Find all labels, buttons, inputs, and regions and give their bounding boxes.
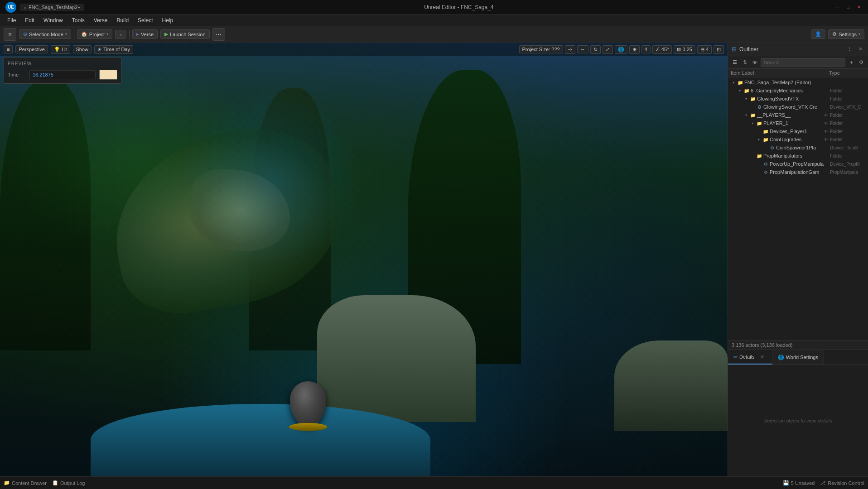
tree-item-type: Device_PropM <box>830 162 866 167</box>
visibility-icon[interactable]: 👁 <box>823 128 829 134</box>
hamburger-menu[interactable]: ≡ <box>4 28 16 41</box>
menu-help[interactable]: Help <box>158 16 177 24</box>
verse-btn[interactable]: ▸ Verse <box>132 29 158 39</box>
launch-icon: ▶ <box>164 31 168 37</box>
visibility-icon[interactable]: 👁 <box>823 120 829 126</box>
tree-item[interactable]: ⚙ PowerUp_PropManipula Device_PropM <box>728 160 868 168</box>
menu-tools[interactable]: Tools <box>68 16 88 24</box>
perspective-btn[interactable]: Perspective <box>15 45 48 53</box>
menu-build[interactable]: Build <box>113 16 132 24</box>
viewport-menu-btn[interactable]: ≡ <box>4 45 13 53</box>
snap-settings[interactable]: ⊞ <box>629 45 640 54</box>
tree-arrow-icon: ▾ <box>750 120 755 126</box>
tree-item[interactable]: 📁 PropManipulators Folder <box>728 152 868 160</box>
user-icon-btn[interactable]: 👤 <box>811 29 825 39</box>
verse-label: Verse <box>141 32 154 37</box>
menu-window[interactable]: Window <box>40 16 67 24</box>
tree-far-left <box>0 79 91 350</box>
output-log-btn[interactable]: 📋 Output Log <box>52 480 85 486</box>
tree-item-icon: 📁 <box>750 112 756 118</box>
tree-arrow-icon: ▾ <box>737 88 743 93</box>
hamburger-vp-icon: ≡ <box>7 47 10 52</box>
tree-item-icon: ⚙ <box>756 104 762 110</box>
close-button[interactable]: ✕ <box>855 4 863 11</box>
project-btn[interactable]: 🏠 Project ▾ <box>77 29 112 39</box>
outliner-sort-btn[interactable]: ⇅ <box>741 58 749 67</box>
visibility-icon[interactable]: 👁 <box>823 112 829 118</box>
world-settings-vp[interactable]: 🌐 <box>615 45 627 54</box>
menu-edit[interactable]: Edit <box>21 16 38 24</box>
unsaved-status[interactable]: 💾 5 Unsaved <box>783 480 815 486</box>
scale-icon: ⤢ <box>606 47 610 53</box>
tree-item[interactable]: ▾ 📁 GlowingSwordVFX Folder <box>728 95 868 103</box>
scale-snap[interactable]: ⊠ 0.25 <box>674 45 695 54</box>
menu-verse[interactable]: Verse <box>90 16 111 24</box>
outliner-search-input[interactable] <box>761 58 845 67</box>
settings-btn[interactable]: ⚙ Settings ▾ <box>828 29 864 39</box>
menu-select[interactable]: Select <box>134 16 156 24</box>
grid-size-value: 4 <box>645 47 647 52</box>
preview-title: PREVIEW <box>8 61 117 66</box>
details-panel: ✏ Details ✕ 🌐 World Settings Select an o… <box>728 350 868 476</box>
launch-session-btn[interactable]: ▶ Launch Session <box>160 29 209 39</box>
outliner-filter-btn[interactable]: ☰ <box>731 58 739 67</box>
revision-control-btn[interactable]: ⎇ Revision Control <box>820 480 864 486</box>
time-of-day-btn[interactable]: ☀ Time of Day <box>94 45 133 54</box>
tree-item[interactable]: ⚙ PropManipulationGam PropManipula <box>728 168 868 176</box>
grid-size[interactable]: 4 <box>641 45 651 53</box>
menu-bar: File Edit Window Tools Verse Build Selec… <box>0 14 868 26</box>
outliner-options-btn[interactable]: ⋮ <box>845 45 854 53</box>
tree-item-label: GlowingSword_VFX Cre <box>763 104 829 110</box>
content-quick-btn[interactable]: ⬦ <box>115 30 126 39</box>
tree-item[interactable]: ▾ 📁 __PLAYERS__ 👁 Folder <box>728 111 868 119</box>
details-close-btn[interactable]: ✕ <box>758 353 767 361</box>
outliner-eye-btn[interactable]: 👁 <box>751 58 759 67</box>
title-bar-buttons: ─ □ ✕ <box>834 4 863 11</box>
preview-time-row: Time 16.21875 <box>8 70 117 80</box>
viewport[interactable]: ≡ Perspective 💡 Lit Show ☀ Time of Day P… <box>0 43 728 476</box>
select-tool[interactable]: ⊹ <box>565 45 575 54</box>
tab-dot: ⬦ <box>24 5 27 10</box>
angle-snap[interactable]: ∠ 45° <box>652 45 672 54</box>
outliner-add-btn[interactable]: ＋ <box>847 58 855 67</box>
viewport-layout[interactable]: ⊡ <box>714 45 724 54</box>
details-tab[interactable]: ✏ Details ✕ <box>728 350 772 364</box>
tree-item-icon: 📁 <box>762 128 769 134</box>
tree-item-label: __PLAYERS__ <box>757 112 822 118</box>
maximize-button[interactable]: □ <box>844 4 852 11</box>
tree-item[interactable]: ⚙ CoinSpawner1Pla Device_ItemS <box>728 144 868 152</box>
outliner-header: ⊞ Outliner ⋮ ✕ <box>728 43 868 56</box>
tree-item[interactable]: ▾ 📁 FNC_Saga_TestMap2 (Editor) <box>728 78 868 86</box>
selection-mode-label: Selection Mode <box>29 32 63 37</box>
world-settings-label: World Settings <box>786 355 818 360</box>
lit-btn[interactable]: 💡 Lit <box>51 45 70 54</box>
project-tab[interactable]: ⬦ FNC_Saga_TestMap2+ <box>20 4 84 11</box>
world-settings-tab[interactable]: 🌐 World Settings <box>772 350 824 364</box>
outliner-close-btn[interactable]: ✕ <box>856 45 864 53</box>
scale-snap-value: 0.25 <box>682 47 692 52</box>
tree-item[interactable]: ▾ 📁 CoinUpgrades 👁 Folder <box>728 135 868 144</box>
tree-item[interactable]: ▾ 📁 6_GameplayMechanics Folder <box>728 86 868 95</box>
menu-file[interactable]: File <box>4 16 19 24</box>
translate-tool[interactable]: ↔ <box>577 45 588 53</box>
outliner-settings-btn[interactable]: ⚙ <box>857 58 865 67</box>
more-options-btn[interactable]: ⋯ <box>212 28 225 41</box>
tree-item[interactable]: ⚙ GlowingSword_VFX Cre Device_VFX_C <box>728 103 868 111</box>
unsaved-icon: 💾 <box>783 480 789 486</box>
grid-lines[interactable]: ⊟ 4 <box>697 45 712 54</box>
project-size-label: Project Size: ??? <box>522 47 560 52</box>
tree-item[interactable]: ▾ 📁 PLAYER_1 👁 Folder <box>728 119 868 127</box>
ue-logo: UE <box>5 2 16 13</box>
selection-mode-btn[interactable]: ⊕ Selection Mode ▾ <box>19 29 71 39</box>
tree-item[interactable]: 📁 Devices_Player1 👁 Folder <box>728 127 868 135</box>
preview-color-swatch[interactable] <box>99 70 117 80</box>
content-drawer-btn[interactable]: 📁 Content Drawer <box>4 480 47 486</box>
visibility-icon[interactable]: 👁 <box>823 136 829 143</box>
preview-time-value[interactable]: 16.21875 <box>29 70 96 79</box>
scale-tool[interactable]: ⤢ <box>603 45 613 54</box>
minimize-button[interactable]: ─ <box>834 4 841 11</box>
show-btn[interactable]: Show <box>73 45 92 53</box>
time-of-day-icon: ☀ <box>97 47 102 53</box>
rotate-tool[interactable]: ↻ <box>590 45 601 54</box>
content-icon: ⬦ <box>119 32 122 37</box>
